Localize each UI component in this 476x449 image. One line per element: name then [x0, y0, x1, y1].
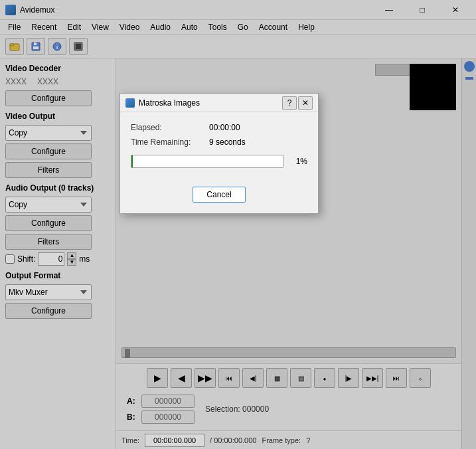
- progress-bar-inner: [131, 155, 133, 167]
- dialog-title-left: Matroska Images: [125, 98, 200, 108]
- dialog-title-buttons: ? ✕: [282, 96, 313, 110]
- progress-container: 1%: [131, 155, 307, 168]
- dialog-cancel-button[interactable]: Cancel: [193, 187, 246, 203]
- dialog-title-bar: Matroska Images ? ✕: [120, 94, 318, 112]
- elapsed-value: 00:00:00: [209, 123, 240, 132]
- dialog-icon: [125, 98, 135, 108]
- dialog-footer: Cancel: [120, 187, 318, 213]
- progress-percent: 1%: [289, 157, 307, 166]
- modal-overlay: Matroska Images ? ✕ Elapsed: 00:00:00 Ti…: [0, 0, 476, 449]
- elapsed-row: Elapsed: 00:00:00: [131, 123, 307, 132]
- dialog-help-button[interactable]: ?: [282, 96, 297, 110]
- progress-bar-outer: [131, 155, 283, 168]
- time-remaining-value: 9 seconds: [209, 137, 246, 147]
- dialog: Matroska Images ? ✕ Elapsed: 00:00:00 Ti…: [119, 93, 319, 214]
- dialog-close-button[interactable]: ✕: [298, 96, 313, 110]
- time-remaining-row: Time Remaining: 9 seconds: [131, 137, 307, 147]
- dialog-title-text: Matroska Images: [139, 98, 200, 108]
- dialog-content: Elapsed: 00:00:00 Time Remaining: 9 seco…: [120, 112, 318, 187]
- time-remaining-label: Time Remaining:: [131, 137, 204, 147]
- elapsed-label: Elapsed:: [131, 123, 204, 132]
